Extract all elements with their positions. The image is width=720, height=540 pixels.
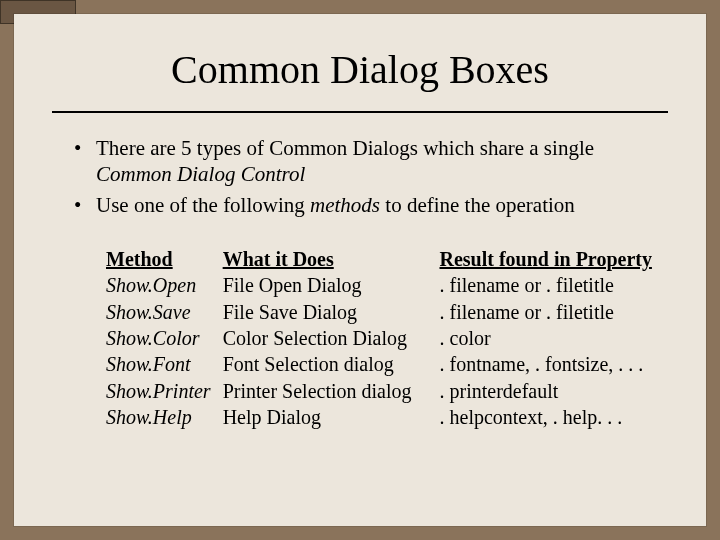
bullet-emphasis: methods bbox=[310, 193, 380, 217]
slide-title: Common Dialog Boxes bbox=[14, 46, 706, 93]
table-row: Show.Open File Open Dialog . filename or… bbox=[106, 272, 658, 298]
table-row: Show.Font Font Selection dialog . fontna… bbox=[106, 351, 658, 377]
bullet-text: There are 5 types of Common Dialogs whic… bbox=[96, 136, 594, 160]
bullet-item: There are 5 types of Common Dialogs whic… bbox=[74, 135, 666, 188]
cell-method: Show.Help bbox=[106, 404, 223, 430]
cell-does: File Save Dialog bbox=[223, 299, 440, 325]
table-header-row: Method What it Does Result found in Prop… bbox=[106, 246, 658, 272]
title-divider bbox=[52, 111, 668, 113]
bullet-text: Use one of the following bbox=[96, 193, 310, 217]
cell-result: . fontname, . fontsize, . . . bbox=[440, 351, 658, 377]
cell-does: File Open Dialog bbox=[223, 272, 440, 298]
methods-table: Method What it Does Result found in Prop… bbox=[106, 246, 684, 431]
cell-does: Font Selection dialog bbox=[223, 351, 440, 377]
table-row: Show.Color Color Selection Dialog . colo… bbox=[106, 325, 658, 351]
cell-method: Show.Color bbox=[106, 325, 223, 351]
cell-method: Show.Save bbox=[106, 299, 223, 325]
bullet-list: There are 5 types of Common Dialogs whic… bbox=[74, 135, 666, 218]
cell-result: . color bbox=[440, 325, 658, 351]
bullet-emphasis: Common Dialog Control bbox=[96, 162, 305, 186]
col-header-result: Result found in Property bbox=[440, 246, 658, 272]
cell-result: . filename or . filetitle bbox=[440, 272, 658, 298]
cell-method: Show.Font bbox=[106, 351, 223, 377]
bullet-text: to define the operation bbox=[380, 193, 575, 217]
slide: Common Dialog Boxes There are 5 types of… bbox=[14, 14, 706, 526]
cell-result: . filename or . filetitle bbox=[440, 299, 658, 325]
col-header-method: Method bbox=[106, 246, 223, 272]
bullet-item: Use one of the following methods to defi… bbox=[74, 192, 666, 218]
table-row: Show.Save File Save Dialog . filename or… bbox=[106, 299, 658, 325]
cell-does: Color Selection Dialog bbox=[223, 325, 440, 351]
cell-result: . helpcontext, . help. . . bbox=[440, 404, 658, 430]
table-row: Show.Printer Printer Selection dialog . … bbox=[106, 378, 658, 404]
cell-method: Show.Printer bbox=[106, 378, 223, 404]
cell-does: Help Dialog bbox=[223, 404, 440, 430]
col-header-does: What it Does bbox=[223, 246, 440, 272]
cell-method: Show.Open bbox=[106, 272, 223, 298]
cell-does: Printer Selection dialog bbox=[223, 378, 440, 404]
table-row: Show.Help Help Dialog . helpcontext, . h… bbox=[106, 404, 658, 430]
cell-result: . printerdefault bbox=[440, 378, 658, 404]
